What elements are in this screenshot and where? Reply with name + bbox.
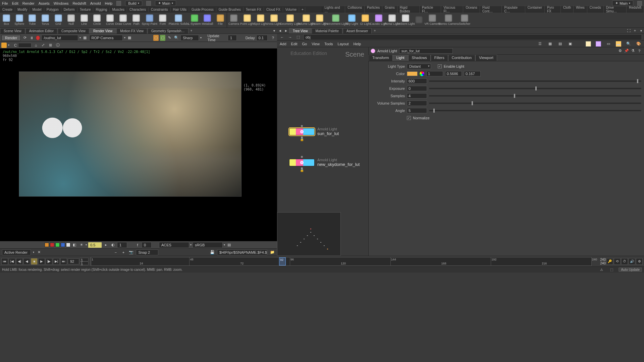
menu-help[interactable]: Help (105, 1, 113, 5)
angle-slider[interactable] (429, 110, 641, 111)
intensity-field[interactable]: 600 (407, 78, 427, 84)
shelf-tab[interactable]: Viscous Fl… (441, 5, 463, 13)
tab-asset-browser[interactable]: Asset Browser (343, 28, 372, 34)
samples-field[interactable]: 4 (407, 93, 427, 99)
tab-tree-view[interactable]: Tree View (289, 28, 311, 34)
shelf-tool[interactable]: Area Light (267, 13, 281, 27)
prev-key-button[interactable]: |◀ (9, 258, 15, 265)
camera-field[interactable]: ROP Camera (89, 35, 123, 41)
desktop-chooser[interactable]: Build ▾ (125, 1, 142, 6)
zoom-icon[interactable]: 🔍 (174, 35, 179, 41)
refresh-icon[interactable]: ⟳ (22, 35, 28, 41)
shelf-tool[interactable]: L-System (188, 13, 201, 27)
shelf-tab[interactable]: Cloud FX (264, 7, 283, 12)
netmenu-help[interactable]: Help (354, 42, 361, 46)
shelf-tool[interactable]: Tube (26, 13, 39, 27)
shelf-tool[interactable]: Null (65, 13, 78, 27)
shelf-tab[interactable]: Crowds (587, 5, 604, 13)
shelf-tab[interactable]: Cloth (561, 5, 574, 13)
loop-icon[interactable]: ⟲ (614, 258, 621, 265)
info-icon[interactable]: ⓘ (55, 42, 61, 48)
last-frame-button[interactable]: ⏭ (60, 258, 67, 265)
pane-expand-icon[interactable]: ⛶ (626, 28, 632, 34)
shelf-tool[interactable]: Stereo Camera (439, 13, 458, 27)
shelf-tab[interactable]: Particle Fl… (420, 5, 441, 13)
step-back-button[interactable]: ◀| (16, 258, 23, 265)
parm-tab-filters[interactable]: Filters (431, 55, 448, 61)
render-button[interactable]: Render (1, 35, 21, 41)
chip-orange[interactable] (45, 243, 49, 247)
shelf-tab[interactable]: Deform (61, 7, 77, 12)
snap-path-field[interactable]: $HIP/ipr/$SNAPNAME.$F4.$ (217, 249, 267, 255)
light-type-dropdown[interactable]: Distant (407, 64, 431, 69)
nodechooser-icon[interactable]: ▦ (82, 35, 88, 41)
filter-icon[interactable]: ⚗ (630, 48, 636, 54)
rendered-image[interactable] (19, 71, 241, 197)
parm-tab-light[interactable]: Light (393, 55, 408, 61)
shelf-tool[interactable]: Sphere (13, 13, 26, 27)
play-fwd-button[interactable]: ▶ (38, 258, 45, 265)
parm-tab-shadows[interactable]: Shadows (408, 55, 431, 61)
shelf-tab[interactable]: Muscles (110, 7, 127, 12)
active-render-field[interactable]: Active Render (2, 249, 31, 255)
shelf-tab[interactable]: Model (30, 7, 44, 12)
menu-edit[interactable]: Edit (12, 1, 18, 5)
samples-slider[interactable] (429, 95, 641, 97)
pane-plus-icon[interactable]: + (632, 28, 638, 34)
eyedrop-icon[interactable]: ✎ (167, 35, 172, 41)
network-editor[interactable]: Education Edition Scene 🔒Arnold Lightsun… (277, 47, 368, 256)
colorspace2-field[interactable]: sRGB (193, 242, 223, 248)
shelf-tool[interactable]: Spot Light (254, 13, 267, 27)
shelf-tool[interactable]: Circle (91, 13, 104, 27)
menu-render[interactable]: Render (22, 1, 35, 5)
shelf-tab[interactable]: Constraints (149, 7, 171, 12)
cache-icon[interactable]: ⬚ (608, 267, 614, 273)
shelf-tab[interactable]: Particles (365, 5, 382, 13)
parm-tab-contrib[interactable]: Contribution (448, 55, 475, 61)
network-path-field[interactable]: obj (303, 34, 642, 40)
help2-icon[interactable]: ? (637, 48, 642, 54)
snap-name-field[interactable]: Snap 2 (136, 249, 158, 255)
shelf-tool[interactable]: Path (130, 13, 143, 27)
update-time-field[interactable]: 1 (228, 35, 237, 41)
net-backdrop-icon[interactable]: ▭ (606, 41, 611, 47)
color-b-field[interactable]: 0.167 (464, 71, 481, 76)
bright-icon[interactable]: ☀ (78, 242, 85, 248)
parm-node-name-field[interactable]: sun_for_lut (399, 48, 453, 54)
shelf-tab[interactable]: Collisions (345, 5, 365, 13)
display-mode-icon[interactable] (1, 43, 7, 48)
chip-green[interactable] (55, 243, 60, 247)
menu-arnold[interactable]: Arnold (90, 1, 101, 5)
key-icon[interactable]: 🔑 (606, 258, 613, 265)
shelf-tab[interactable]: Modify (15, 7, 30, 12)
timeline-cursor[interactable]: 92 (279, 257, 286, 265)
delay-field[interactable]: 0.1 (256, 35, 268, 41)
shelf-tool[interactable]: Geometry Light (281, 13, 300, 27)
exposure-field[interactable]: 0 (407, 86, 427, 91)
vol-samples-field[interactable]: 2 (407, 101, 427, 106)
save-icon[interactable]: 💾 (209, 249, 215, 255)
take-chooser[interactable]: ✦ Main ▾ (155, 0, 176, 6)
shelf-tab[interactable]: Volume (283, 7, 299, 12)
shelf-tool[interactable]: Caustic Light (372, 13, 385, 27)
net-palette-icon[interactable]: 🎨 (636, 41, 641, 47)
net-grid-icon[interactable]: ▦ (547, 41, 553, 47)
shelf-tool[interactable]: Curve (104, 13, 117, 27)
shelf-tool[interactable]: File (214, 13, 227, 27)
color-r-field[interactable]: 1 (426, 71, 443, 76)
pane-menu-icon[interactable]: ▾ (271, 28, 277, 34)
shelf-tool[interactable] (412, 13, 426, 27)
net-sticky-icon[interactable] (586, 41, 591, 47)
filter-field[interactable]: Sharp (180, 35, 199, 41)
crop-icon[interactable]: ▢ (160, 35, 165, 41)
start-frame-field[interactable]: 1 (80, 258, 89, 261)
color-g-field[interactable]: 0.5686 (445, 71, 462, 76)
net-search-icon[interactable]: 🔍 (626, 41, 631, 47)
shelf-tool[interactable]: Line (77, 13, 91, 27)
folder-icon[interactable]: 📁 (269, 249, 275, 255)
cam-icon[interactable] (146, 1, 151, 6)
warn-icon[interactable]: ⚠ (598, 267, 604, 273)
shelf-tool[interactable]: Camera (227, 13, 240, 27)
net-table-icon[interactable]: ▤ (557, 41, 563, 47)
rop-path-field[interactable]: /out/no_lut (41, 35, 78, 41)
